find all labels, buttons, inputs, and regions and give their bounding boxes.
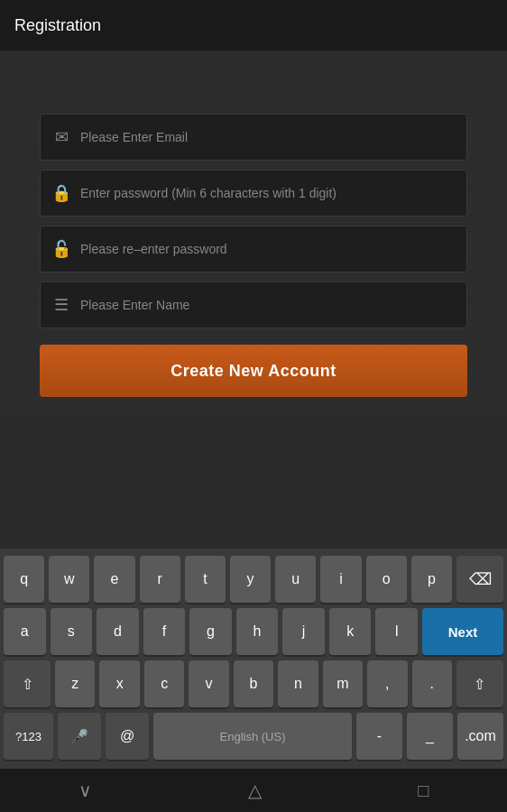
key-b[interactable]: b — [234, 660, 273, 707]
email-input-row: ✉ — [40, 114, 467, 161]
top-bar: Registration — [0, 0, 507, 51]
shift-left-key[interactable]: ⇧ — [4, 660, 51, 707]
key-x[interactable]: x — [99, 660, 139, 707]
keyboard-row-4: ?123 🎤 @ English (US) - _ .com — [4, 713, 503, 760]
key-n[interactable]: n — [278, 660, 318, 707]
key-p[interactable]: p — [411, 556, 452, 603]
key-c[interactable]: c — [144, 660, 184, 707]
key-y[interactable]: y — [230, 556, 271, 603]
symbol-key[interactable]: ?123 — [4, 713, 53, 760]
dotcom-key[interactable]: .com — [457, 713, 503, 760]
repassword-input[interactable] — [80, 242, 456, 256]
key-h[interactable]: h — [236, 608, 279, 655]
name-icon: ☰ — [51, 295, 71, 315]
key-q[interactable]: q — [4, 556, 44, 603]
email-input[interactable] — [80, 130, 456, 144]
key-v[interactable]: v — [189, 660, 228, 707]
key-e[interactable]: e — [94, 556, 134, 603]
password-input[interactable] — [80, 186, 456, 200]
underscore-key[interactable]: _ — [407, 713, 453, 760]
name-input[interactable] — [80, 298, 456, 312]
key-u[interactable]: u — [275, 556, 316, 603]
key-period[interactable]: . — [412, 660, 452, 707]
space-key[interactable]: English (US) — [153, 713, 352, 760]
key-m[interactable]: m — [323, 660, 363, 707]
nav-recent-icon[interactable]: □ — [418, 780, 429, 801]
keyboard-row-2: a s d f g h j k l Next — [4, 608, 503, 655]
key-f[interactable]: f — [143, 608, 186, 655]
key-d[interactable]: d — [97, 608, 139, 655]
key-comma[interactable]: , — [367, 660, 407, 707]
key-k[interactable]: k — [329, 608, 372, 655]
key-z[interactable]: z — [55, 660, 95, 707]
key-l[interactable]: l — [375, 608, 418, 655]
key-r[interactable]: r — [140, 556, 180, 603]
mic-key[interactable]: 🎤 — [58, 713, 101, 760]
main-content: ✉ 🔒 🔓 ☰ Create New Account — [0, 51, 507, 415]
key-i[interactable]: i — [320, 556, 361, 603]
email-icon: ✉ — [51, 127, 71, 147]
key-o[interactable]: o — [366, 556, 407, 603]
key-a[interactable]: a — [4, 608, 46, 655]
keyboard-row-1: q w e r t y u i o p ⌫ — [4, 556, 503, 603]
page-title: Registration — [14, 16, 101, 35]
backspace-key[interactable]: ⌫ — [456, 556, 503, 603]
password-input-row: 🔒 — [40, 170, 467, 217]
keyboard: q w e r t y u i o p ⌫ a s d f g h j k l … — [0, 549, 507, 769]
key-w[interactable]: w — [49, 556, 89, 603]
key-t[interactable]: t — [185, 556, 226, 603]
nav-back-icon[interactable]: ∨ — [78, 780, 92, 801]
next-key[interactable]: Next — [422, 608, 503, 655]
keyboard-row-3: ⇧ z x c v b n m , . ⇧ — [4, 660, 503, 707]
nav-bar: ∨ △ □ — [0, 769, 507, 812]
at-key[interactable]: @ — [106, 713, 149, 760]
key-j[interactable]: j — [282, 608, 325, 655]
unlock-icon: 🔓 — [51, 239, 71, 259]
dash-key[interactable]: - — [356, 713, 402, 760]
lock-icon: 🔒 — [51, 183, 71, 203]
key-g[interactable]: g — [189, 608, 232, 655]
nav-home-icon[interactable]: △ — [248, 780, 262, 801]
shift-right-key[interactable]: ⇧ — [456, 660, 503, 707]
repassword-input-row: 🔓 — [40, 226, 467, 272]
create-account-button[interactable]: Create New Account — [40, 345, 467, 397]
name-input-row: ☰ — [40, 281, 467, 328]
key-s[interactable]: s — [51, 608, 93, 655]
